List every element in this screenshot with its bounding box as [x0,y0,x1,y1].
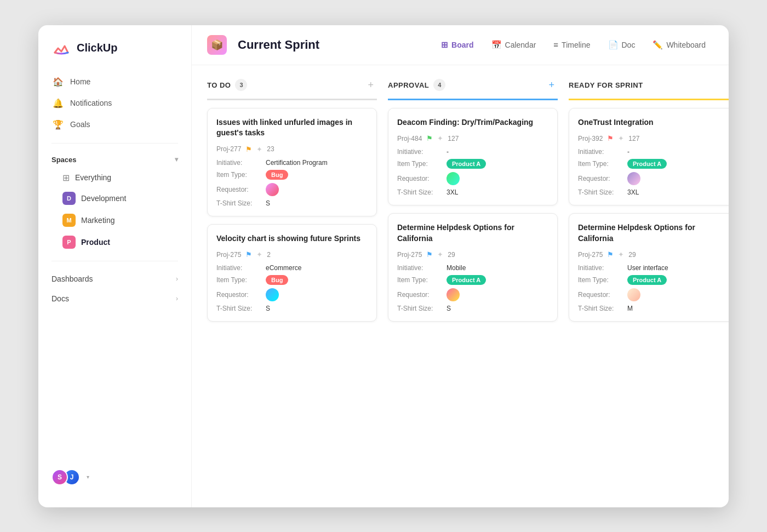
nav-divider-2 [51,261,178,261]
field-requestor-2: Requestor: [216,288,368,301]
chevron-right-icon-docs: › [176,295,178,302]
nav-home[interactable]: 🏠 Home [45,71,185,93]
flag-orange-icon: ⚑ [245,145,252,153]
tab-calendar-label: Calendar [505,41,536,49]
sprint-title: Current Sprint [238,38,319,52]
card-approval-2-fields: Initiative: Mobile Item Type: Product A … [397,264,548,312]
initiative-value-4: Mobile [447,264,466,272]
add-approval-button[interactable]: + [545,78,558,92]
tab-board-label: Board [451,41,473,49]
card-todo-1-fields: Initiative: Certification Program Item T… [216,159,368,207]
badge-product-a-6: Product A [627,275,667,285]
requestor-avatar-5 [627,172,640,185]
sidebar-footer: S J ▾ [38,460,191,494]
mkt-badge: M [62,214,76,227]
field-initiative-3: Initiative: - [397,148,548,156]
sidebar-item-docs[interactable]: Docs › [38,289,191,308]
itemtype-label-3: Item Type: [397,160,447,168]
star-icon-6: ✦ [618,250,624,259]
sidebar-item-marketing[interactable]: M Marketing [49,209,180,231]
sidebar-item-development[interactable]: D Development [49,187,180,209]
requestor-avatar-2 [266,288,279,301]
requestor-label-4: Requestor: [397,291,447,299]
view-tabs: ⊞ Board 📅 Calendar ≡ Timeline 📄 Doc ✏️ [433,36,713,54]
col-todo-count: 3 [235,79,247,91]
flag-red-icon: ⚑ [607,134,614,142]
field-tshirt-3: T-Shirt Size: 3XL [397,188,548,196]
grid-icon: ⊞ [62,173,70,183]
stars-ready-1: 127 [628,135,639,142]
tshirt-value-6: M [627,305,633,312]
card-approval-2-meta: Proj-275 ⚑ ✦ 29 [397,250,548,259]
requestor-avatar-4 [447,288,460,301]
app-container: ClickUp 🏠 Home 🔔 Notifications 🏆 Goals S… [38,25,729,507]
field-tshirt-2: T-Shirt Size: S [216,305,368,312]
badge-bug-1: Bug [266,170,288,180]
whiteboard-icon: ✏️ [652,40,663,50]
main-nav: 🏠 Home 🔔 Notifications 🏆 Goals [38,71,191,135]
initiative-value-5: - [627,148,629,156]
user-menu-caret[interactable]: ▾ [87,474,89,480]
avatar-user-s: S [51,469,68,485]
column-todo: TO DO 3 + Issues with linked unfurled im… [207,78,377,494]
field-tshirt-4: T-Shirt Size: S [397,305,548,312]
dashboards-label: Dashboards [51,274,93,283]
proj-todo-2: Proj-275 [216,251,241,259]
board-icon: ⊞ [441,40,448,50]
requestor-avatar-6 [627,288,640,301]
card-approval-1-meta: Proj-484 ⚑ ✦ 127 [397,134,548,142]
field-initiative-5: Initiative: - [578,148,729,156]
tab-timeline[interactable]: ≡ Timeline [546,36,598,54]
field-itemtype-6: Item Type: Product A [578,275,729,285]
card-todo-2: Velocity chart is showing future Sprints… [207,224,377,322]
user-avatars: S J [51,469,80,485]
sidebar-item-dashboards[interactable]: Dashboards › [38,269,191,289]
flag-blue-icon-4: ⚑ [426,250,433,259]
nav-goals[interactable]: 🏆 Goals [45,114,185,135]
field-initiative-1: Initiative: Certification Program [216,159,368,167]
field-initiative-6: Initiative: User interface [578,264,729,272]
timeline-icon: ≡ [553,40,558,49]
add-todo-button[interactable]: + [364,78,377,92]
card-todo-2-fields: Initiative: eCommerce Item Type: Bug Req… [216,264,368,312]
field-tshirt-6: T-Shirt Size: M [578,305,729,312]
nav-notifications[interactable]: 🔔 Notifications [45,93,185,114]
app-name: ClickUp [77,42,117,54]
tshirt-value-5: 3XL [627,188,639,196]
badge-product-a-4: Product A [447,275,486,285]
card-ready-1: OneTrust Integration Proj-392 ⚑ ✦ 127 In… [569,108,729,206]
itemtype-label-1: Item Type: [216,171,266,179]
card-approval-1: Deacom Finding: Dry/Trim/Packaging Proj-… [388,108,558,206]
stars-approval-2: 29 [448,251,455,259]
add-ready-button[interactable]: + [726,78,729,92]
everything-label: Everything [75,173,111,182]
tab-board[interactable]: ⊞ Board [433,36,481,54]
card-todo-1-title: Issues with linked unfurled images in gu… [216,117,368,139]
tab-whiteboard[interactable]: ✏️ Whiteboard [645,36,713,54]
field-requestor-3: Requestor: [397,172,548,185]
proj-todo-1: Proj-277 [216,145,241,153]
card-approval-1-title: Deacom Finding: Dry/Trim/Packaging [397,117,548,128]
tshirt-label-4: T-Shirt Size: [397,305,447,312]
dev-badge: D [62,192,76,205]
bell-icon: 🔔 [53,98,64,108]
card-todo-1-meta: Proj-277 ⚑ ✦ 23 [216,145,368,153]
tshirt-label-6: T-Shirt Size: [578,305,627,312]
sidebar-item-everything[interactable]: ⊞ Everything [49,168,180,187]
requestor-label-2: Requestor: [216,291,266,299]
field-requestor-1: Requestor: [216,183,368,196]
tab-calendar[interactable]: 📅 Calendar [484,36,544,54]
col-ready-title: READY FOR SPRINT [569,81,643,89]
column-approval: APPROVAL 4 + Deacom Finding: Dry/Trim/Pa… [388,78,558,494]
field-requestor-5: Requestor: [578,172,729,185]
card-ready-2-title: Determine Helpdesk Options for Californi… [578,222,729,244]
field-requestor-6: Requestor: [578,288,729,301]
col-approval-title: APPROVAL [388,81,429,89]
card-ready-2: Determine Helpdesk Options for Californi… [569,213,729,322]
clickup-logo-icon [51,38,71,58]
tab-doc[interactable]: 📄 Doc [600,36,643,54]
tab-doc-label: Doc [622,41,636,49]
tshirt-label-1: T-Shirt Size: [216,199,266,207]
field-initiative-4: Initiative: Mobile [397,264,548,272]
sidebar-item-product[interactable]: P Product [49,231,180,253]
